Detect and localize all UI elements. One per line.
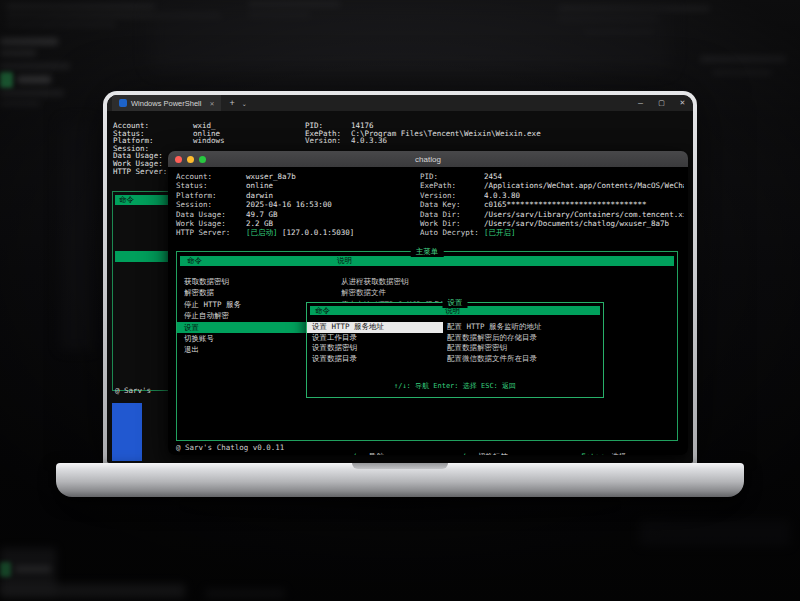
backdrop-texture — [0, 90, 64, 96]
submenu-item[interactable]: 设置 HTTP 服务地址 配置 HTTP 服务监听的地址 — [307, 322, 603, 333]
backdrop-texture — [17, 76, 51, 83]
key-hint: Enter:选择 — [518, 443, 626, 452]
backdrop-texture — [205, 589, 285, 598]
close-button[interactable]: ✕ — [672, 99, 693, 107]
backdrop-texture — [0, 63, 70, 69]
info-row: Data Usage: 49.7 GB Data Dir: /Users/sar… — [176, 210, 684, 219]
laptop-shadow — [76, 497, 724, 513]
menu-item[interactable]: 获取数据密钥 从进程获取数据密钥 — [177, 276, 677, 287]
submenu-item[interactable]: 设置数据目录 配置微信数据文件所在目录 — [307, 354, 603, 365]
tab-list-chevron-icon[interactable]: ⌄ — [242, 100, 247, 107]
maximize-button[interactable]: ▢ — [651, 99, 672, 107]
backdrop-texture — [0, 584, 185, 598]
submenu-title: 设置 — [443, 298, 468, 308]
info-row: Platform: windows Version: 4.0.3.36 — [113, 137, 691, 145]
backdrop-texture — [0, 101, 40, 106]
submenu-key-hints: ↑/↓: 导航 Enter: 选择 ESC: 返回 — [307, 381, 603, 391]
blue-panel — [112, 403, 142, 461]
menu-header: 命令 说明 — [180, 256, 674, 266]
info-row: Account: wxuser_8a7b PID: 2454 — [176, 172, 684, 181]
chatlog-content: Account: wxuser_8a7b PID: 2454 Status: o… — [168, 167, 688, 455]
laptop-lid-notch — [352, 463, 448, 469]
laptop-base — [56, 463, 744, 497]
tab-close-icon[interactable]: ✕ — [209, 100, 214, 107]
chatlog-window: chatlog Account: wxuser_8a7b PID: 2454 — [168, 151, 688, 455]
window-title: chatlog — [168, 155, 688, 164]
powershell-titlebar[interactable]: Windows PowerShell ✕ + ⌄ ─ ▢ ✕ — [107, 95, 693, 111]
settings-submenu-box: 设置 命令 说明 设置 HTTP 服务地址 配置 HTTP 服务监听的地址 设置… — [306, 302, 604, 398]
backdrop-texture — [150, 0, 670, 70]
traffic-lights — [175, 156, 206, 163]
status-bar: @ Sarv's Chatlog v0.0.11 ↑/↓:导航 ←/→:切换标签… — [176, 443, 680, 452]
laptop-screen-bezel: Windows PowerShell ✕ + ⌄ ─ ▢ ✕ Account: … — [103, 91, 697, 467]
laptop-display: Windows PowerShell ✕ + ⌄ ─ ▢ ✕ Account: … — [107, 95, 693, 463]
powershell-icon — [119, 99, 127, 107]
key-hint: ←/→:切换标签 — [394, 443, 508, 452]
backdrop-texture — [6, 22, 116, 27]
info-row: Status: online ExePath: /Applications/We… — [176, 181, 684, 190]
minimize-button[interactable] — [187, 156, 194, 163]
minimize-button[interactable]: ─ — [630, 100, 651, 107]
backdrop-texture — [640, 520, 790, 546]
backdrop-texture — [15, 566, 51, 572]
backdrop-green-glow — [0, 72, 13, 88]
backdrop-green-glow — [0, 562, 11, 577]
window-controls: ─ ▢ ✕ — [630, 95, 693, 111]
app-version-text: @ Sarv's Chatlog v0.0.11 — [176, 443, 284, 452]
submenu-item[interactable]: 设置工作目录 配置数据解密后的存储目录 — [307, 333, 603, 344]
key-hint: ESC:返回 — [636, 443, 688, 452]
main-menu-title: 主菜单 — [411, 247, 444, 257]
info-row: Platform: darwin Version: 4.0.3.80 — [176, 191, 684, 200]
backdrop-texture — [712, 70, 772, 75]
backdrop-texture — [6, 4, 156, 9]
menu-item[interactable]: 解密数据 解密数据文件 — [177, 287, 677, 298]
backdrop-texture — [0, 38, 58, 45]
close-button[interactable] — [175, 156, 182, 163]
info-row: HTTP Server: [已启动] [127.0.0.1:5030] Auto… — [176, 228, 684, 237]
info-row: Session: 2025-04-16 16:53:00 Data Key: c… — [176, 200, 684, 209]
key-hint: ↑/↓:导航 — [284, 443, 383, 452]
backdrop-texture — [60, 120, 94, 350]
backdrop-texture — [700, 56, 786, 62]
chatlog-titlebar[interactable]: chatlog — [168, 151, 688, 167]
tab-title: Windows PowerShell — [131, 99, 201, 108]
backdrop-texture — [0, 50, 36, 56]
submenu-item[interactable]: 设置数据密钥 配置数据解密密钥 — [307, 343, 603, 354]
info-row: Work Usage: 2.2 GB Work Dir: /Users/sarv… — [176, 219, 684, 228]
powershell-tab[interactable]: Windows PowerShell ✕ — [112, 95, 221, 111]
new-tab-button[interactable]: + — [229, 98, 234, 108]
powershell-status-text: @ Sarv's — [115, 386, 151, 395]
zoom-button[interactable] — [199, 156, 206, 163]
